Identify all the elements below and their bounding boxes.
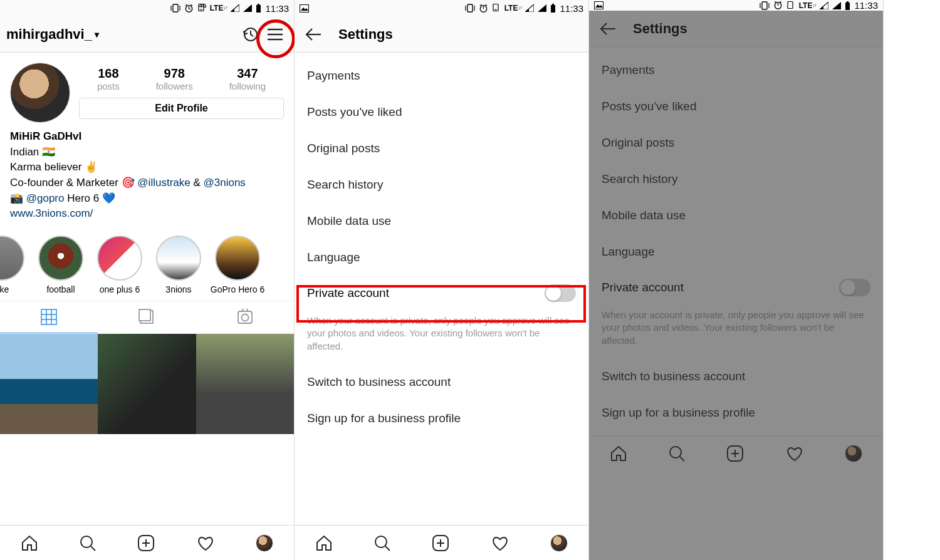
- profile-bio: MiHiR GaDHvI Indian 🇮🇳 Karma believer ✌️…: [0, 129, 294, 231]
- svg-line-34: [480, 4, 482, 6]
- nav-home-icon[interactable]: [315, 535, 333, 551]
- posts-grid: [0, 334, 294, 525]
- mention-3nions[interactable]: @3nions: [204, 177, 246, 189]
- post-thumbnail[interactable]: [98, 334, 196, 434]
- tab-feed[interactable]: [98, 301, 196, 333]
- post-thumbnail[interactable]: [196, 334, 294, 434]
- story-highlights: ake football one plus 6 3nions GoPro Her…: [0, 231, 294, 301]
- nav-add-icon[interactable]: [432, 534, 449, 552]
- stat-following[interactable]: 347following: [229, 66, 266, 91]
- volte-icon: [492, 3, 501, 12]
- status-time: 11:33: [560, 3, 583, 14]
- svg-rect-14: [41, 309, 56, 324]
- signal-icon-2: [832, 2, 841, 9]
- highlight-item[interactable]: ake: [0, 236, 31, 294]
- status-bar: 4G LTE↓↑ 11:33: [0, 0, 294, 16]
- status-time: 11:33: [854, 0, 878, 11]
- lte-label: LTE↓↑: [210, 4, 227, 12]
- chevron-down-icon: ▾: [95, 29, 99, 39]
- setting-language[interactable]: Language: [295, 239, 588, 276]
- settings-title: Settings: [338, 26, 393, 43]
- svg-rect-0: [173, 4, 178, 12]
- nav-search-icon[interactable]: [79, 534, 97, 552]
- setting-posts-liked[interactable]: Posts you've liked: [295, 94, 588, 130]
- setting-mobile-data[interactable]: Mobile data use: [295, 203, 588, 239]
- svg-line-40: [385, 546, 390, 551]
- private-account-toggle[interactable]: [545, 284, 576, 302]
- setting-signup-business[interactable]: Sign up for a business profile: [295, 400, 588, 437]
- modal-backdrop[interactable]: [589, 11, 883, 560]
- settings-list: Payments Posts you've liked Original pos…: [295, 53, 588, 525]
- svg-rect-29: [467, 4, 473, 12]
- status-time: 11:33: [265, 3, 289, 14]
- highlight-item[interactable]: football: [31, 236, 90, 294]
- status-bar: LTE↓↑ 11:33: [589, 0, 883, 11]
- mention-gopro[interactable]: @gopro: [26, 192, 65, 204]
- bottom-nav: [295, 525, 588, 560]
- lte-label: LTE↓↑: [504, 4, 522, 12]
- vibrate-icon: [170, 4, 180, 13]
- alarm-icon: [773, 1, 783, 10]
- nav-profile-icon[interactable]: [256, 534, 273, 552]
- profile-header: 168posts 978followers 347following Edit …: [0, 53, 294, 129]
- nav-activity-icon[interactable]: [196, 535, 215, 551]
- setting-switch-business[interactable]: Switch to business account: [295, 364, 588, 400]
- signal-icon-1: [231, 4, 239, 12]
- svg-rect-20: [139, 309, 150, 321]
- signal-icon-1: [525, 4, 534, 12]
- stat-followers[interactable]: 978followers: [156, 66, 193, 91]
- lte-label: LTE↓↑: [799, 2, 817, 9]
- private-account-label: Private account: [307, 286, 389, 300]
- setting-private-account[interactable]: Private account: [295, 276, 588, 311]
- bio-line-4: 📸 @gopro Hero 6 💙: [10, 191, 284, 207]
- gallery-icon: [300, 4, 309, 13]
- screen-dialog: LTE↓↑ 11:33 Settings Payments Posts you'…: [589, 0, 884, 560]
- highlight-item[interactable]: one plus 6: [90, 236, 149, 294]
- hamburger-menu-icon[interactable]: [263, 23, 288, 46]
- mention-illustrake[interactable]: @illustrake: [137, 177, 190, 189]
- signal-icon-2: [243, 4, 252, 12]
- alarm-icon: [184, 4, 194, 13]
- svg-rect-36: [551, 5, 555, 13]
- tab-grid[interactable]: [0, 301, 98, 333]
- svg-point-23: [81, 536, 92, 547]
- profile-appbar: mihirgadhvi_ ▾: [0, 16, 294, 53]
- bio-link[interactable]: www.3nions.com/: [10, 206, 284, 222]
- nav-activity-icon[interactable]: [491, 535, 509, 551]
- screen-profile: 4G LTE↓↑ 11:33 mihirgadhvi_ ▾ 168posts 9…: [0, 0, 295, 560]
- nav-add-icon[interactable]: [137, 534, 155, 552]
- highlight-item[interactable]: GoPro Hero 6: [208, 236, 267, 294]
- setting-payments[interactable]: Payments: [295, 58, 588, 94]
- bio-line-1: Indian 🇮🇳: [10, 145, 284, 160]
- archive-icon[interactable]: [238, 22, 263, 47]
- nav-home-icon[interactable]: [21, 535, 38, 551]
- bio-line-2: Karma believer ✌️: [10, 160, 284, 175]
- svg-rect-53: [847, 1, 849, 3]
- vibrate-icon: [465, 4, 475, 13]
- profile-avatar[interactable]: [10, 63, 70, 123]
- svg-rect-8: [256, 5, 261, 13]
- edit-profile-button[interactable]: Edit Profile: [79, 98, 284, 119]
- bio-line-3: Co-founder & Marketer 🎯 @illustrake & @3…: [10, 175, 284, 191]
- svg-point-39: [375, 536, 387, 547]
- username-dropdown[interactable]: mihirgadhvi_ ▾: [6, 26, 238, 43]
- profile-tabs: [0, 301, 294, 334]
- setting-original-posts[interactable]: Original posts: [295, 130, 588, 167]
- battery-icon: [845, 1, 850, 10]
- nav-search-icon[interactable]: [373, 534, 391, 552]
- settings-appbar: Settings: [295, 16, 588, 53]
- svg-line-24: [91, 546, 95, 551]
- tab-tagged[interactable]: [196, 301, 294, 333]
- back-arrow-icon[interactable]: [301, 24, 326, 45]
- highlight-item[interactable]: 3nions: [149, 236, 208, 294]
- post-thumbnail[interactable]: [0, 334, 98, 434]
- svg-rect-9: [258, 4, 259, 5]
- nav-profile-icon[interactable]: [550, 534, 568, 552]
- setting-search-history[interactable]: Search history: [295, 167, 588, 203]
- bio-name: MiHiR GaDHvI: [10, 129, 284, 145]
- svg-rect-45: [762, 2, 767, 9]
- battery-icon: [256, 4, 261, 13]
- signal-icon-1: [820, 2, 828, 9]
- svg-rect-37: [552, 4, 554, 5]
- stat-posts[interactable]: 168posts: [97, 66, 120, 91]
